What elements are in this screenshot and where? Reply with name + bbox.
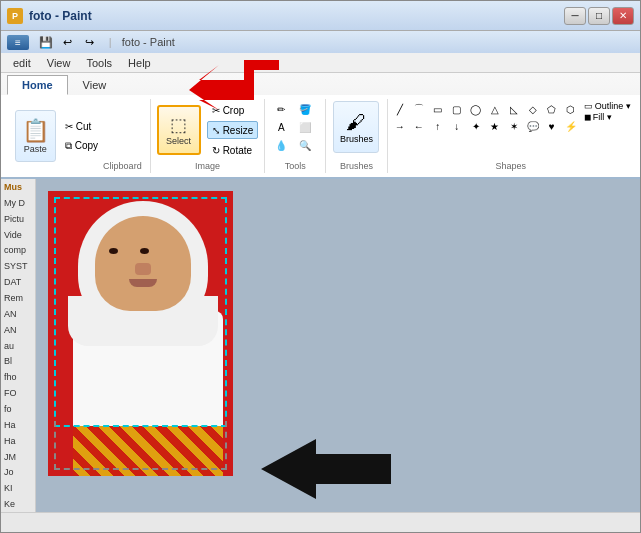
sidebar-item-an1[interactable]: AN bbox=[1, 306, 35, 322]
crop-button[interactable]: ✂ Crop bbox=[207, 101, 259, 119]
sidebar-item-pictu[interactable]: Pictu bbox=[1, 211, 35, 227]
image-group-items: ⬚ Select ✂ bbox=[157, 101, 259, 159]
brushes-label: Brushes bbox=[340, 134, 373, 144]
window-title: foto - Paint bbox=[29, 9, 564, 23]
shape-star5[interactable]: ★ bbox=[486, 118, 504, 134]
shape-ellipse[interactable]: ◯ bbox=[467, 101, 485, 117]
sidebar-item-syst[interactable]: SYST bbox=[1, 258, 35, 274]
quick-access-toolbar: ≡ 💾 ↩ ↪ | foto - Paint bbox=[1, 31, 640, 53]
eyes bbox=[109, 248, 149, 254]
ribbon-group-brushes: 🖌 Brushes Brushes bbox=[326, 99, 387, 173]
tab-home[interactable]: Home bbox=[7, 75, 68, 95]
svg-marker-1 bbox=[261, 439, 391, 499]
pencil-btn[interactable]: ✏ bbox=[272, 101, 290, 117]
sidebar-item-jo[interactable]: Jo bbox=[1, 464, 35, 480]
minimize-button[interactable]: ─ bbox=[564, 7, 586, 25]
window-controls: ─ □ ✕ bbox=[564, 7, 634, 25]
sidebar-item-au[interactable]: au bbox=[1, 338, 35, 354]
tab-view[interactable]: View bbox=[68, 75, 122, 95]
shape-diamond[interactable]: ◇ bbox=[524, 101, 542, 117]
left-eye bbox=[109, 248, 118, 254]
maximize-button[interactable]: □ bbox=[588, 7, 610, 25]
sidebar-item-myd[interactable]: My D bbox=[1, 195, 35, 211]
shape-pentagon[interactable]: ⬠ bbox=[543, 101, 561, 117]
fill-icon: ◼ bbox=[584, 112, 591, 122]
shape-arrow-l[interactable]: ← bbox=[410, 118, 428, 134]
shape-star6[interactable]: ✶ bbox=[505, 118, 523, 134]
sidebar-item-fo2[interactable]: fo bbox=[1, 401, 35, 417]
canvas-container[interactable] bbox=[36, 179, 640, 512]
copy-label: Copy bbox=[75, 140, 98, 151]
sidebar-item-jm[interactable]: JM bbox=[1, 449, 35, 465]
shape-tri[interactable]: △ bbox=[486, 101, 504, 117]
eraser-btn[interactable]: ⬜ bbox=[296, 119, 314, 135]
outline-button[interactable]: ▭ Outline ▾ bbox=[584, 101, 631, 111]
shape-rect[interactable]: ▭ bbox=[429, 101, 447, 117]
resize-button[interactable]: ⤡ Resize bbox=[207, 121, 259, 139]
sidebar-item-comp[interactable]: comp bbox=[1, 242, 35, 258]
copy-icon: ⧉ bbox=[65, 140, 72, 152]
shape-round-rect[interactable]: ▢ bbox=[448, 101, 466, 117]
sidebar-item-ke[interactable]: Ke bbox=[1, 496, 35, 512]
rotate-label: Rotate bbox=[223, 145, 252, 156]
select-icon: ⬚ bbox=[170, 114, 187, 136]
resize-icon: ⤡ bbox=[212, 125, 220, 136]
close-button[interactable]: ✕ bbox=[612, 7, 634, 25]
sidebar-item-an2[interactable]: AN bbox=[1, 322, 35, 338]
photo-area bbox=[48, 191, 233, 476]
outline-fill-controls: ▭ Outline ▾ ◼ Fill ▾ bbox=[584, 101, 631, 159]
fill-button[interactable]: ◼ Fill ▾ bbox=[584, 112, 631, 122]
text-btn[interactable]: A bbox=[272, 119, 290, 135]
brushes-icon: 🖌 bbox=[346, 111, 366, 134]
cut-button[interactable]: ✂ Cut bbox=[60, 118, 103, 136]
black-arrow-left bbox=[256, 434, 396, 506]
pick-btn[interactable]: 💧 bbox=[272, 137, 290, 153]
garment-pattern bbox=[73, 426, 223, 476]
shape-line[interactable]: ╱ bbox=[391, 101, 409, 117]
shape-right-tri[interactable]: ◺ bbox=[505, 101, 523, 117]
ribbon-group-shapes: ╱ ⌒ ▭ ▢ ◯ △ ◺ ◇ ⬠ ⬡ → ← ↑ bbox=[388, 99, 634, 173]
sidebar-item-ki[interactable]: KI bbox=[1, 480, 35, 496]
redo-quick-btn[interactable]: ↪ bbox=[81, 33, 99, 51]
sidebar-item-ha2[interactable]: Ha bbox=[1, 433, 35, 449]
shape-lightning[interactable]: ⚡ bbox=[562, 118, 580, 134]
shape-callout[interactable]: 💬 bbox=[524, 118, 542, 134]
ribbon-content: 📋 Paste ✂ Cut ⧉ Copy Clipboard bbox=[1, 95, 640, 177]
shape-curve[interactable]: ⌒ bbox=[410, 101, 428, 117]
menu-help[interactable]: Help bbox=[120, 56, 159, 70]
sidebar-item-ha1[interactable]: Ha bbox=[1, 417, 35, 433]
menu-tools[interactable]: Tools bbox=[78, 56, 120, 70]
resize-label: Resize bbox=[223, 125, 254, 136]
shape-star4[interactable]: ✦ bbox=[467, 118, 485, 134]
select-button[interactable]: ⬚ Select bbox=[157, 105, 201, 155]
undo-quick-btn[interactable]: ↩ bbox=[59, 33, 77, 51]
fill-btn[interactable]: 🪣 bbox=[296, 101, 314, 117]
crop-icon: ✂ bbox=[212, 105, 220, 116]
rotate-button[interactable]: ↻ Rotate bbox=[207, 141, 259, 159]
ribbon-group-clipboard: 📋 Paste ✂ Cut ⧉ Copy Clipboard bbox=[7, 99, 151, 173]
sidebar-item-mus[interactable]: Mus bbox=[1, 179, 35, 195]
sidebar-item-vide[interactable]: Vide bbox=[1, 227, 35, 243]
sidebar-item-bl[interactable]: Bl bbox=[1, 353, 35, 369]
paste-button[interactable]: 📋 Paste bbox=[15, 110, 56, 162]
menu-view[interactable]: View bbox=[39, 56, 79, 70]
shape-heart[interactable]: ♥ bbox=[543, 118, 561, 134]
copy-button[interactable]: ⧉ Copy bbox=[60, 137, 103, 155]
sidebar-item-fo1[interactable]: FO bbox=[1, 385, 35, 401]
brushes-button[interactable]: 🖌 Brushes bbox=[333, 101, 379, 153]
sidebar-item-rem[interactable]: Rem bbox=[1, 290, 35, 306]
sidebar-item-fho[interactable]: fho bbox=[1, 369, 35, 385]
zoom-btn[interactable]: 🔍 bbox=[296, 137, 314, 153]
ribbon: Home View 📋 Paste ✂ Cut ⧉ Copy bbox=[1, 73, 640, 179]
shape-arrow-r[interactable]: → bbox=[391, 118, 409, 134]
title-display: foto - Paint bbox=[122, 36, 175, 48]
shape-hex[interactable]: ⬡ bbox=[562, 101, 580, 117]
app-menu-button[interactable]: ≡ bbox=[7, 35, 29, 50]
image-group-label: Image bbox=[195, 159, 220, 171]
shape-arrow-u[interactable]: ↑ bbox=[429, 118, 447, 134]
ribbon-group-image: ⬚ Select ✂ bbox=[151, 99, 266, 173]
shape-arrow-d[interactable]: ↓ bbox=[448, 118, 466, 134]
save-quick-btn[interactable]: 💾 bbox=[37, 33, 55, 51]
menu-edit[interactable]: edit bbox=[5, 56, 39, 70]
sidebar-item-dat[interactable]: DAT bbox=[1, 274, 35, 290]
